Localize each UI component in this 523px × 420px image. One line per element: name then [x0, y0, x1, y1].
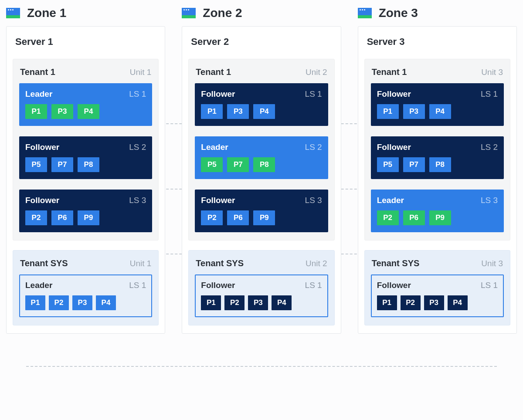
partition-pill: P7: [403, 157, 425, 172]
partition-pills: P2P6P9: [25, 210, 146, 225]
partition-pill: P8: [429, 157, 451, 172]
server-box: Server 2Tenant 1Unit 2FollowerLS 1P1P3P4…: [182, 26, 341, 334]
unit-name: Unit 2: [306, 259, 327, 268]
log-stream-header: FollowerLS 2: [377, 142, 498, 152]
zone: Zone 3Server 3Tenant 1Unit 3FollowerLS 1…: [358, 6, 517, 334]
tenant-name: Tenant SYS: [372, 258, 420, 268]
log-stream-stack: FollowerLS 1P1P3P4FollowerLS 2P5P7P8Lead…: [371, 83, 504, 232]
partition-pill: P4: [78, 104, 99, 119]
partition-pill: P6: [227, 210, 249, 225]
log-stream-id: LS 1: [129, 89, 146, 99]
partition-pills: P1P2P3P4: [201, 295, 322, 310]
partition-pill: P1: [25, 295, 45, 310]
server-icon: [358, 8, 372, 18]
zone: Zone 1Server 1Tenant 1Unit 1LeaderLS 1P1…: [6, 6, 165, 334]
partition-pills: P1P3P4: [25, 104, 146, 119]
partition-pill: P3: [72, 295, 92, 310]
log-stream-follower: FollowerLS 1P1P3P4: [195, 83, 328, 126]
tenant-name: Tenant 1: [196, 67, 231, 77]
tenant-sys-box: Tenant SYSUnit 3FollowerLS 1P1P2P3P4: [364, 250, 510, 325]
tenant-header: Tenant SYSUnit 1: [20, 258, 151, 268]
tenant-header: Tenant SYSUnit 3: [372, 258, 503, 268]
partition-pill: P2: [224, 295, 245, 310]
partition-pill: P5: [377, 157, 399, 172]
log-stream-id: LS 2: [305, 142, 322, 152]
role-label: Follower: [377, 89, 411, 99]
zone-title: Zone 3: [379, 6, 418, 20]
partition-pill: P1: [201, 104, 223, 119]
log-stream-stack: LeaderLS 1P1P3P4FollowerLS 2P5P7P8Follow…: [19, 83, 152, 232]
role-label: Follower: [377, 281, 411, 290]
partition-pills: P2P6P9: [377, 210, 498, 225]
log-stream-leader: LeaderLS 2P5P7P8: [195, 136, 328, 179]
log-stream-leader: LeaderLS 1P1P2P3P4: [19, 274, 152, 317]
log-stream-header: FollowerLS 3: [25, 196, 146, 205]
log-stream-leader: LeaderLS 1P1P3P4: [19, 83, 152, 126]
unit-name: Unit 1: [130, 68, 152, 77]
log-stream-header: FollowerLS 1: [377, 281, 498, 290]
partition-pill: P7: [227, 157, 249, 172]
log-stream-stack: LeaderLS 1P1P2P3P4: [19, 274, 152, 317]
zone-title: Zone 2: [203, 6, 242, 20]
role-label: Follower: [201, 89, 235, 99]
log-stream-id: LS 3: [481, 196, 498, 205]
log-stream-id: LS 1: [481, 89, 498, 99]
log-stream-leader: LeaderLS 3P2P6P9: [371, 190, 504, 232]
partition-pill: P3: [424, 295, 444, 310]
tenant-header: Tenant 1Unit 3: [372, 67, 503, 77]
log-stream-follower: FollowerLS 1P1P2P3P4: [195, 274, 328, 317]
partition-pill: P8: [78, 157, 99, 172]
log-stream-header: LeaderLS 1: [25, 281, 146, 290]
server-title: Server 1: [15, 36, 156, 47]
zone-title: Zone 1: [27, 6, 66, 20]
log-stream-header: LeaderLS 2: [201, 142, 322, 152]
partition-pills: P1P2P3P4: [377, 295, 498, 310]
partition-pills: P1P2P3P4: [25, 295, 146, 310]
role-label: Leader: [25, 281, 52, 290]
role-label: Follower: [201, 196, 235, 205]
tenant-name: Tenant SYS: [196, 258, 244, 268]
partition-pill: P9: [429, 210, 451, 225]
partition-pill: P2: [201, 210, 223, 225]
server-box: Server 1Tenant 1Unit 1LeaderLS 1P1P3P4Fo…: [6, 26, 165, 334]
log-stream-header: FollowerLS 3: [201, 196, 322, 205]
tenant-box: Tenant 1Unit 1LeaderLS 1P1P3P4FollowerLS…: [13, 59, 159, 240]
partition-pill: P1: [25, 104, 47, 119]
tenant-name: Tenant 1: [372, 67, 407, 77]
partition-pill: P4: [429, 104, 451, 119]
role-label: Leader: [377, 196, 404, 205]
log-stream-header: FollowerLS 1: [201, 281, 322, 290]
partition-pill: P5: [25, 157, 47, 172]
tenant-sys-box: Tenant SYSUnit 1LeaderLS 1P1P2P3P4: [13, 250, 159, 325]
partition-pill: P9: [253, 210, 275, 225]
server-icon: [182, 8, 196, 18]
server-box: Server 3Tenant 1Unit 3FollowerLS 1P1P3P4…: [358, 26, 517, 334]
tenant-name: Tenant SYS: [20, 258, 68, 268]
log-stream-id: LS 2: [481, 142, 498, 152]
partition-pill: P1: [377, 104, 399, 119]
log-stream-header: FollowerLS 1: [377, 89, 498, 99]
partition-pill: P4: [448, 295, 468, 310]
partition-pill: P6: [403, 210, 425, 225]
unit-name: Unit 3: [481, 259, 503, 268]
partition-pills: P1P3P4: [377, 104, 498, 119]
log-stream-id: LS 1: [481, 281, 498, 290]
unit-name: Unit 1: [130, 259, 152, 268]
partition-pills: P5P7P8: [25, 157, 146, 172]
partition-pills: P1P3P4: [201, 104, 322, 119]
log-stream-follower: FollowerLS 1P1P2P3P4: [371, 274, 504, 317]
log-stream-id: LS 1: [129, 281, 146, 290]
role-label: Follower: [201, 281, 235, 290]
log-stream-follower: FollowerLS 1P1P3P4: [371, 83, 504, 126]
tenant-header: Tenant 1Unit 1: [20, 67, 151, 77]
partition-pill: P2: [49, 295, 69, 310]
role-label: Leader: [25, 89, 52, 99]
partition-pill: P1: [201, 295, 221, 310]
log-stream-header: LeaderLS 1: [25, 89, 146, 99]
log-stream-id: LS 3: [305, 196, 322, 205]
unit-name: Unit 3: [481, 68, 503, 77]
log-stream-follower: FollowerLS 3P2P6P9: [195, 190, 328, 232]
log-stream-id: LS 3: [129, 196, 146, 205]
partition-pill: P4: [272, 295, 292, 310]
partition-pill: P3: [248, 295, 268, 310]
